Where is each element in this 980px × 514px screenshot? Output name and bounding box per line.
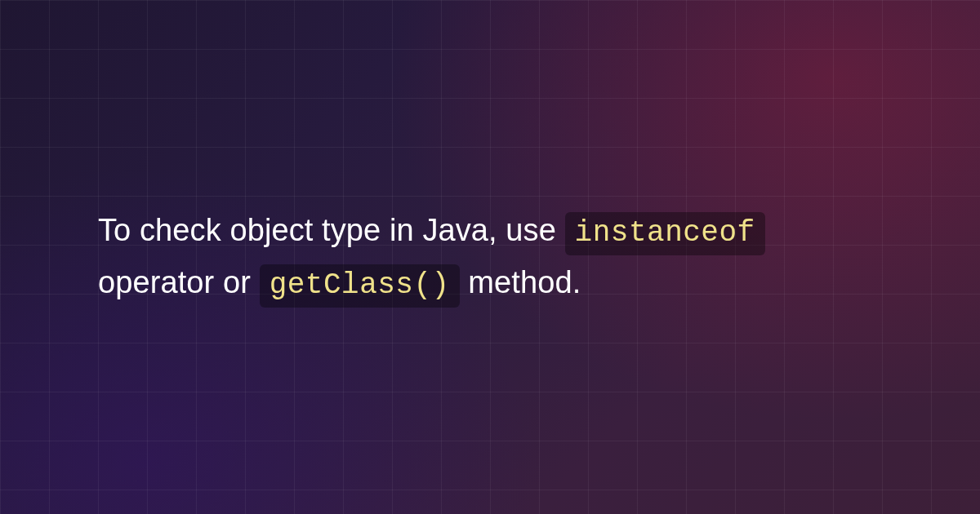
code-instanceof: instanceof [565,212,765,255]
content-container: To check object type in Java, use instan… [98,0,882,514]
sentence-text-1: To check object type in Java, use [98,213,565,247]
sentence-text-3: method. [468,265,581,299]
code-getclass: getClass() [260,264,460,308]
main-sentence: To check object type in Java, use instan… [98,205,882,309]
sentence-text-2: operator or [98,265,260,299]
